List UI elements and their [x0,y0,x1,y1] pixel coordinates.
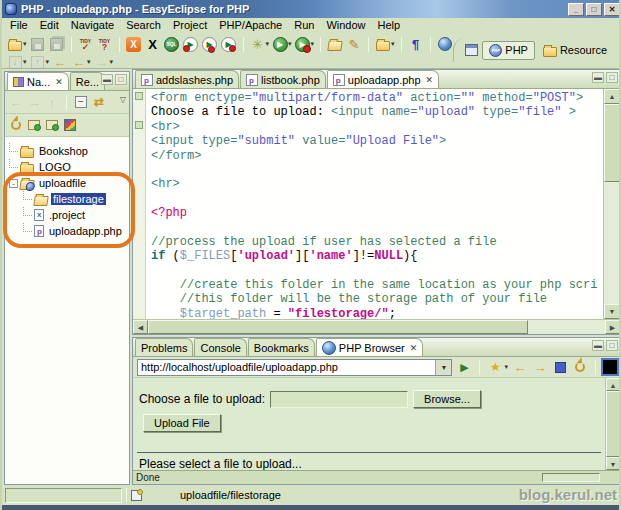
back-button[interactable]: ← [511,358,529,376]
scroll-up-icon[interactable]: ▲ [606,378,620,391]
view-menu-chevron-icon[interactable]: ▽ [120,95,126,104]
code-editor[interactable]: <form enctype="multipart/form-data" acti… [146,89,603,319]
tree-item-uploadappphp[interactable]: uploadapp.php [5,223,129,239]
file-path-input[interactable] [270,391,408,408]
tab-listbookphp[interactable]: listbook.php [240,70,326,88]
menu-navigate[interactable]: Navigate [65,18,120,33]
scroll-thumb[interactable] [606,391,620,457]
tree-item-filestorage[interactable]: filestorage [5,191,129,207]
browser-vscrollbar[interactable]: ▲ ▼ [605,378,620,470]
menu-run[interactable]: Run [288,18,320,33]
go-button[interactable]: ▶ [455,358,473,376]
menu-edit[interactable]: Edit [34,18,65,33]
menu-file[interactable]: File [4,18,34,33]
tab-addslashesphp[interactable]: addslashes.php [135,70,239,88]
xampp-stop-button[interactable]: X [144,35,162,53]
tab-close-icon[interactable]: ✕ [410,343,418,353]
perspective-resource[interactable]: Resource [537,42,613,59]
back-button[interactable]: ← [8,94,24,110]
view-minimize-icon[interactable]: ▬ [592,72,604,83]
tab-re[interactable]: Re... [70,72,105,90]
tree-item-bookshop[interactable]: Bookshop [5,143,129,159]
new-wizard-button[interactable] [6,35,24,53]
save-all-button[interactable] [48,35,66,53]
menu-phpapache[interactable]: PHP/Apache [213,18,288,33]
maximize-button[interactable]: □ [586,3,602,16]
scroll-thumb[interactable] [148,320,528,334]
link-with-editor-button[interactable]: ⇄ [91,94,107,110]
tree-item-uploadfile[interactable]: -uploadfile [5,175,129,191]
tree-item-project[interactable]: .project [5,207,129,223]
add-bookmark-button[interactable]: ★ [486,358,504,376]
open-perspective-button[interactable] [462,41,480,59]
editor-hscrollbar[interactable]: ◀ ▶ [133,319,620,334]
tree-item-logo[interactable]: LOGO [5,159,129,175]
xampp-start-button[interactable]: X [125,35,143,53]
run-php-script-1-button[interactable]: ▶ [182,35,200,53]
stop-button[interactable] [551,358,569,376]
open-file-button[interactable] [326,35,344,53]
sql-explorer-button[interactable]: SQL [163,35,181,53]
view-minimize-icon[interactable]: ▬ [592,340,604,351]
last-edit-location-button[interactable]: ← [51,53,69,71]
working-set-a-button[interactable] [26,117,42,133]
browse-button[interactable]: Browse... [413,390,481,408]
run-external-button[interactable]: ▶ [294,35,312,53]
tab-na[interactable]: Na...✕ [7,72,69,90]
format-brush-button[interactable]: ✎ [345,35,363,53]
perspective-php[interactable]: PHPPHP [482,41,535,60]
web-browser-button[interactable] [436,35,454,53]
upload-file-button[interactable]: Upload File [143,414,221,432]
tab-close-icon[interactable]: ✕ [55,77,63,87]
working-set-b-button[interactable] [44,117,60,133]
show-whitespace-button[interactable]: ¶ [407,35,425,53]
view-maximize-icon[interactable]: □ [606,72,618,83]
tab-bookmarks[interactable]: Bookmarks [248,338,315,356]
scroll-left-icon[interactable]: ◀ [133,320,148,334]
scroll-thumb[interactable] [604,104,620,182]
tab-console[interactable]: Console [194,338,246,356]
menu-window[interactable]: Window [320,18,371,33]
scroll-right-icon[interactable]: ▶ [605,320,620,334]
tab-close-icon[interactable]: ✕ [426,75,434,85]
view-minimize-icon[interactable]: ▬ [101,74,113,85]
html-tidy-check-button[interactable]: ✓ [77,35,95,53]
tree-expander-icon[interactable]: - [9,179,18,188]
tab-problems[interactable]: Problems [135,338,193,356]
refresh-button[interactable] [571,358,589,376]
add-bookmark-dropdown-icon[interactable]: ▾ [504,363,508,371]
menu-project[interactable]: Project [167,18,213,33]
html-tidy-help-button[interactable]: ? [96,35,114,53]
color-swatch-button[interactable] [602,358,620,376]
save-button[interactable] [29,35,47,53]
next-annotation-button[interactable]: ↓ [6,53,24,71]
debug-button[interactable]: ✳ [249,35,267,53]
back-history-button[interactable]: ← [70,53,88,71]
scroll-down-icon[interactable]: ▼ [606,457,620,470]
forward-button[interactable]: → [531,358,549,376]
forward-button[interactable]: → [26,94,42,110]
run-button[interactable]: ▶ [271,35,289,53]
new-folder-button[interactable] [374,35,392,53]
menu-search[interactable]: Search [120,18,167,33]
forward-history-button[interactable]: → [93,53,111,71]
close-button[interactable]: ✕ [604,3,620,16]
tab-uploadappphp[interactable]: uploadapp.php✕ [327,70,439,88]
url-input[interactable] [138,360,435,375]
minimize-button[interactable]: _ [568,3,584,16]
scroll-up-icon[interactable]: ▲ [604,89,620,104]
url-dropdown-icon[interactable]: ▼ [435,360,451,375]
run-php-script-2-button[interactable]: ▶ [201,35,219,53]
prev-annotation-button[interactable]: ↑ [29,53,47,71]
run-php-script-3-button[interactable]: ▶ [220,35,238,53]
customize-view-button[interactable] [62,117,78,133]
menu-help[interactable]: Help [372,18,407,33]
scroll-down-icon[interactable]: ▼ [604,304,620,319]
editor-vscrollbar[interactable]: ▲ ▼ [603,89,620,319]
view-maximize-icon[interactable]: □ [115,74,127,85]
view-maximize-icon[interactable]: □ [606,340,618,351]
tab-phpbrowser[interactable]: PHP Browser✕ [316,338,423,356]
collapse-all-button[interactable]: − [73,94,89,110]
up-level-button[interactable]: ↑ [44,94,60,110]
refresh-button[interactable] [8,117,24,133]
